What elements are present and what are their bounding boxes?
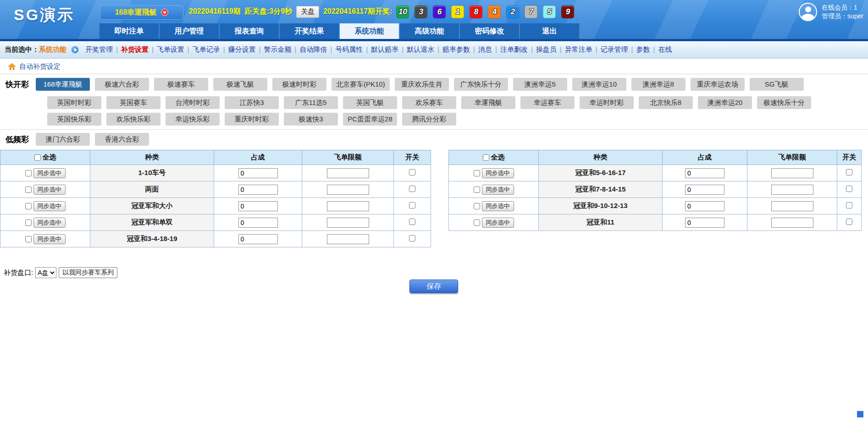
row-checkbox[interactable] (474, 186, 480, 193)
game-button[interactable]: PC蛋蛋幸运28 (343, 113, 397, 126)
share-input[interactable] (685, 168, 724, 178)
submenu-item[interactable]: 消息 (478, 45, 492, 53)
nav-tab[interactable]: 用户管理 (160, 23, 220, 39)
switch-checkbox[interactable] (409, 202, 415, 208)
game-button[interactable]: 重庆时时彩 (225, 113, 279, 126)
nav-tab[interactable]: 报表查询 (220, 23, 280, 39)
game-button[interactable]: 腾讯分分彩 (402, 113, 456, 126)
nav-tab[interactable]: 密码修改 (460, 23, 520, 39)
game-button[interactable]: 澳洲幸运8 (631, 78, 686, 91)
game-button[interactable]: 极速飞艇 (213, 78, 267, 91)
row-checkbox[interactable] (25, 186, 32, 193)
sync-select-button[interactable]: 同步选中 (33, 218, 66, 228)
game-button[interactable]: 香港六合彩 (95, 133, 149, 146)
sync-select-button[interactable]: 同步选中 (482, 201, 514, 211)
switch-checkbox[interactable] (409, 169, 415, 175)
fly-limit-input[interactable] (327, 218, 369, 228)
game-button[interactable]: 江苏快3 (225, 96, 279, 109)
sync-select-button[interactable]: 同步选中 (33, 185, 66, 195)
game-button[interactable]: 极速快乐十分 (757, 96, 811, 109)
switch-checkbox[interactable] (409, 186, 415, 192)
sync-select-button[interactable]: 同步选中 (33, 234, 66, 244)
fly-limit-input[interactable] (327, 185, 369, 195)
game-button[interactable]: 英国时时彩 (47, 96, 101, 109)
fly-limit-input[interactable] (327, 201, 369, 211)
nav-tab[interactable]: 即时注单 (100, 23, 160, 39)
select-all-checkbox[interactable] (483, 154, 489, 161)
game-button[interactable]: 幸运快乐彩 (166, 113, 220, 126)
submenu-item[interactable]: 号码属性 (335, 45, 363, 53)
switch-checkbox[interactable] (846, 186, 852, 192)
switch-checkbox[interactable] (846, 219, 852, 225)
game-button[interactable]: 欢乐赛车 (402, 96, 456, 109)
game-button[interactable]: 极速快3 (284, 113, 338, 126)
switch-checkbox[interactable] (409, 235, 415, 241)
submenu-item[interactable]: 默认赔率 (371, 45, 398, 53)
switch-checkbox[interactable] (846, 169, 852, 175)
game-button[interactable]: 台湾时时彩 (166, 96, 220, 109)
game-button[interactable]: 重庆欢乐生肖 (395, 78, 449, 91)
game-button[interactable]: 英国赛车 (106, 96, 160, 109)
game-button[interactable]: 168幸運飛艇 (36, 78, 90, 91)
row-checkbox[interactable] (25, 170, 32, 176)
row-checkbox[interactable] (25, 203, 32, 209)
game-button[interactable]: 澳洲幸运20 (698, 96, 752, 109)
nav-tab[interactable]: 系统功能 (340, 23, 400, 39)
submenu-item[interactable]: 记录管理 (601, 45, 628, 53)
share-input[interactable] (685, 185, 724, 195)
submenu-item[interactable]: 异常注单 (565, 45, 592, 53)
row-checkbox[interactable] (474, 219, 480, 226)
fly-limit-input[interactable] (327, 234, 369, 244)
share-input[interactable] (238, 234, 278, 244)
game-button[interactable]: 幸运时时彩 (580, 96, 634, 109)
submenu-item[interactable]: 默认退水 (407, 45, 434, 53)
row-checkbox[interactable] (474, 203, 480, 209)
game-button[interactable]: 幸運飛艇 (461, 96, 515, 109)
game-button[interactable]: 欢乐快乐彩 (106, 113, 160, 126)
save-button[interactable]: 保存 (409, 280, 458, 293)
game-button[interactable]: 澳门六合彩 (36, 133, 90, 146)
sync-select-button[interactable]: 同步选中 (482, 185, 514, 195)
switch-checkbox[interactable] (846, 202, 852, 208)
submenu-item[interactable]: 警示金额 (264, 45, 292, 53)
switch-checkbox[interactable] (409, 219, 415, 225)
fly-limit-input[interactable] (771, 218, 813, 228)
game-button[interactable]: 重庆幸运农场 (691, 78, 745, 91)
share-input[interactable] (238, 201, 278, 211)
submenu-item[interactable]: 操盘员 (536, 45, 557, 53)
submenu-item[interactable]: 开奖管理 (85, 45, 113, 53)
submenu-item[interactable]: 补货设置 (121, 45, 149, 53)
share-input[interactable] (685, 201, 724, 211)
share-input[interactable] (685, 218, 724, 228)
submenu-item[interactable]: 飞单设置 (157, 45, 184, 53)
submenu-item[interactable]: 自动降倍 (299, 45, 327, 53)
sync-select-button[interactable]: 同步选中 (33, 168, 66, 178)
row-checkbox[interactable] (474, 170, 480, 176)
submenu-item[interactable]: 注单删改 (500, 45, 528, 53)
row-checkbox[interactable] (25, 236, 32, 242)
share-input[interactable] (238, 185, 278, 195)
share-input[interactable] (238, 218, 278, 228)
select-all-checkbox[interactable] (34, 154, 41, 161)
nav-tab[interactable]: 高级功能 (400, 23, 460, 39)
row-checkbox[interactable] (25, 219, 32, 226)
game-button[interactable]: 英国飞艇 (343, 96, 397, 109)
game-button[interactable]: 英国快乐彩 (47, 113, 101, 126)
fly-limit-input[interactable] (771, 185, 813, 195)
corner-widget[interactable] (857, 411, 863, 417)
game-button[interactable]: 澳洲幸运5 (513, 78, 567, 91)
sync-select-button[interactable]: 同步选中 (33, 201, 66, 211)
submenu-item[interactable]: 参数 (636, 45, 650, 53)
game-button[interactable]: 极速赛车 (154, 78, 208, 91)
game-button[interactable]: 广东11选5 (284, 96, 338, 109)
sync-series-button[interactable]: 以我同步赛车系列 (59, 267, 117, 278)
fly-limit-input[interactable] (771, 168, 813, 178)
submenu-item[interactable]: 在线 (658, 45, 672, 53)
share-input[interactable] (238, 168, 278, 178)
game-button[interactable]: 极速六合彩 (95, 78, 149, 91)
dropdown-icon[interactable] (161, 9, 168, 16)
game-button[interactable]: 北京赛车(PK10) (332, 78, 390, 91)
sync-select-button[interactable]: 同步选中 (482, 168, 514, 178)
submenu-item[interactable]: 赔率参数 (442, 45, 470, 53)
game-button[interactable]: 幸运赛车 (520, 96, 575, 109)
